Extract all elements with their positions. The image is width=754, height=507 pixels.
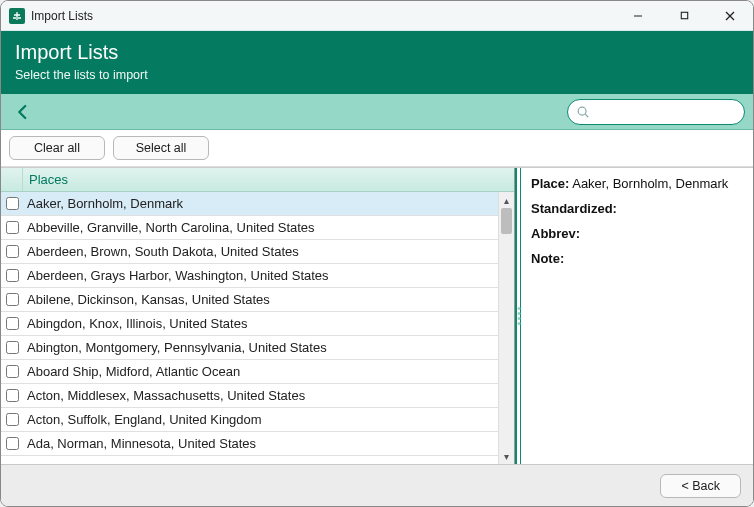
row-checkbox[interactable]	[6, 437, 19, 450]
row-checkbox[interactable]	[6, 413, 19, 426]
list-row[interactable]: Aberdeen, Brown, South Dakota, United St…	[1, 240, 498, 264]
list-header-label: Places	[23, 172, 68, 187]
list-row[interactable]: Ada, Norman, Minnesota, United States	[1, 432, 498, 456]
clear-all-button[interactable]: Clear all	[9, 136, 105, 160]
list-row[interactable]: Acton, Suffolk, England, United Kingdom	[1, 408, 498, 432]
page-subtitle: Select the lists to import	[15, 68, 739, 82]
window-title: Import Lists	[31, 9, 93, 23]
row-checkbox[interactable]	[6, 197, 19, 210]
detail-note: Note:	[531, 251, 743, 266]
row-checkbox[interactable]	[6, 245, 19, 258]
search-input[interactable]	[594, 105, 736, 119]
list-row[interactable]: Acton, Middlesex, Massachusetts, United …	[1, 384, 498, 408]
svg-rect-1	[681, 12, 687, 18]
row-checkbox[interactable]	[6, 317, 19, 330]
row-text: Aberdeen, Grays Harbor, Washington, Unit…	[23, 268, 329, 283]
list-row[interactable]: Aboard Ship, Midford, Atlantic Ocean	[1, 360, 498, 384]
row-checkbox[interactable]	[6, 341, 19, 354]
row-checkbox-cell	[1, 245, 23, 258]
row-text: Abilene, Dickinson, Kansas, United State…	[23, 292, 270, 307]
row-checkbox[interactable]	[6, 365, 19, 378]
search-field-wrap	[567, 99, 745, 125]
detail-place-label: Place:	[531, 176, 569, 191]
scroll-track[interactable]	[499, 208, 514, 448]
detail-place-value: Aaker, Bornholm, Denmark	[572, 176, 728, 191]
detail-place: Place: Aaker, Bornholm, Denmark	[531, 176, 743, 191]
row-checkbox-cell	[1, 293, 23, 306]
back-arrow-icon[interactable]	[9, 98, 37, 126]
list-row[interactable]: Abbeville, Granville, North Carolina, Un…	[1, 216, 498, 240]
scroll-up-arrow-icon[interactable]: ▴	[499, 192, 514, 208]
splitter-handle[interactable]	[515, 168, 521, 464]
main-content: Places Aaker, Bornholm, DenmarkAbbeville…	[1, 167, 753, 464]
row-text: Aboard Ship, Midford, Atlantic Ocean	[23, 364, 240, 379]
row-text: Acton, Suffolk, England, United Kingdom	[23, 412, 262, 427]
row-text: Acton, Middlesex, Massachusetts, United …	[23, 388, 305, 403]
page-title: Import Lists	[15, 41, 739, 64]
scroll-down-arrow-icon[interactable]: ▾	[499, 448, 514, 464]
footer: < Back	[1, 464, 753, 506]
page-header: Import Lists Select the lists to import	[1, 31, 753, 94]
titlebar: Import Lists	[1, 1, 753, 31]
row-text: Abington, Montgomery, Pennsylvania, Unit…	[23, 340, 327, 355]
row-checkbox-cell	[1, 221, 23, 234]
row-checkbox-cell	[1, 197, 23, 210]
svg-line-5	[585, 114, 588, 117]
list-panel: Places Aaker, Bornholm, DenmarkAbbeville…	[1, 168, 515, 464]
row-text: Ada, Norman, Minnesota, United States	[23, 436, 256, 451]
detail-standardized: Standardized:	[531, 201, 743, 216]
window: Import Lists Import Lists Select the lis…	[0, 0, 754, 507]
list-row[interactable]: Abington, Montgomery, Pennsylvania, Unit…	[1, 336, 498, 360]
detail-abbrev: Abbrev:	[531, 226, 743, 241]
row-checkbox[interactable]	[6, 293, 19, 306]
row-checkbox-cell	[1, 341, 23, 354]
scroll-thumb[interactable]	[501, 208, 512, 234]
maximize-button[interactable]	[661, 1, 707, 31]
row-checkbox-cell	[1, 365, 23, 378]
selection-buttons-row: Clear all Select all	[1, 130, 753, 167]
select-all-button[interactable]: Select all	[113, 136, 209, 160]
row-checkbox-cell	[1, 317, 23, 330]
row-text: Abbeville, Granville, North Carolina, Un…	[23, 220, 315, 235]
list-body: Aaker, Bornholm, DenmarkAbbeville, Granv…	[1, 192, 514, 464]
minimize-button[interactable]	[615, 1, 661, 31]
header-checkbox-column	[1, 168, 23, 191]
row-checkbox-cell	[1, 269, 23, 282]
list-row[interactable]: Aaker, Bornholm, Denmark	[1, 192, 498, 216]
row-checkbox-cell	[1, 437, 23, 450]
row-checkbox[interactable]	[6, 269, 19, 282]
list-row[interactable]: Abilene, Dickinson, Kansas, United State…	[1, 288, 498, 312]
app-icon	[9, 8, 25, 24]
search-icon	[576, 105, 590, 119]
row-checkbox-cell	[1, 413, 23, 426]
row-checkbox[interactable]	[6, 389, 19, 402]
row-checkbox[interactable]	[6, 221, 19, 234]
detail-abbrev-label: Abbrev:	[531, 226, 580, 241]
svg-point-4	[578, 107, 586, 115]
row-checkbox-cell	[1, 389, 23, 402]
close-button[interactable]	[707, 1, 753, 31]
list-row[interactable]: Abingdon, Knox, Illinois, United States	[1, 312, 498, 336]
toolbar-strip	[1, 94, 753, 130]
detail-panel: Place: Aaker, Bornholm, Denmark Standard…	[521, 168, 753, 464]
list-row[interactable]: Aberdeen, Grays Harbor, Washington, Unit…	[1, 264, 498, 288]
detail-note-label: Note:	[531, 251, 564, 266]
row-text: Abingdon, Knox, Illinois, United States	[23, 316, 247, 331]
row-text: Aberdeen, Brown, South Dakota, United St…	[23, 244, 299, 259]
list-header: Places	[1, 168, 514, 192]
vertical-scrollbar[interactable]: ▴ ▾	[498, 192, 514, 464]
detail-standardized-label: Standardized:	[531, 201, 617, 216]
back-button[interactable]: < Back	[660, 474, 741, 498]
row-text: Aaker, Bornholm, Denmark	[23, 196, 183, 211]
